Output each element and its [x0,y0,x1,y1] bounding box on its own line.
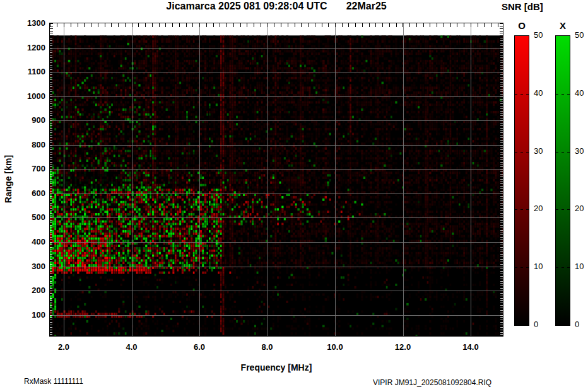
x-tick-label: 2.0 [50,342,78,352]
ionogram-page: Jicamarca 2025 081 09:28:04 UTC22Mar25 S… [0,0,588,387]
colorbar-tick-dash [556,94,570,95]
x-tick-label: 14.0 [457,342,485,352]
colorbar-tick-dash [515,209,529,210]
colorbar-x-tick-label: 30 [575,146,588,156]
colorbar-o-tick-label: 50 [534,30,550,40]
x-axis-label: Frequency [MHz] [50,362,503,373]
title-date: 22Mar25 [346,1,387,11]
x-tick-label: 12.0 [389,342,417,352]
y-tick-label: 600 [14,188,45,199]
plot-area [49,23,503,337]
y-tick-label: 200 [14,285,45,296]
rx-mask-status: RxMask 11111111 [24,377,83,386]
y-tick-label: 1200 [14,42,45,54]
colorbar-tick-dash [515,267,529,268]
colorbar-o-tick-label: 10 [534,262,550,272]
colorbar-o-tick-label: 20 [534,204,550,214]
colorbar-o-mode-label: O [515,20,529,31]
colorbar-o-tick-label: 40 [534,88,550,98]
y-tick-label: 700 [14,163,45,175]
x-tick-label: 10.0 [321,342,349,352]
y-tick-label: 1300 [14,18,45,29]
colorbar-x-tick-label: 20 [575,204,588,214]
y-tick-label: 300 [14,261,45,272]
y-tick-label: 800 [14,139,45,151]
ionogram-heatmap-canvas [50,23,503,336]
x-tick-label: 4.0 [118,342,146,352]
y-tick-label: 1000 [14,91,45,102]
colorbar-tick-dash [556,209,570,210]
y-tick-label: 900 [14,115,45,126]
y-tick-label: 100 [14,309,45,321]
colorbar-x-tick-label: 0 [575,320,588,330]
colorbar-o-gradient [514,35,529,326]
y-tick-label: 500 [14,212,45,223]
colorbar-x-mode-label: X [556,20,570,31]
y-axis-label: Range [km] [3,138,13,220]
colorbar-tick-dash [515,152,529,153]
x-tick-label: 6.0 [185,342,213,352]
y-tick-label: 1100 [14,66,45,78]
x-tick-label: 8.0 [254,342,281,352]
colorbar-tick-dash [556,267,570,268]
colorbar-x-tick-label: 10 [575,262,588,272]
colorbar-x-tick-label: 40 [575,88,588,98]
colorbar-o-tick-label: 30 [534,146,550,156]
colorbar-x-tick-label: 50 [575,30,588,40]
y-tick-label: 400 [14,236,45,248]
colorbar-o-tick-label: 0 [534,320,550,330]
colorbar-x-gradient [555,35,570,326]
data-file-name: VIPIR JM91J_2025081092804.RIQ [373,378,491,387]
colorbar-title: SNR [dB] [502,1,543,12]
colorbar-tick-dash [556,152,570,153]
colorbar-tick-dash [515,94,529,95]
title-station-time: Jicamarca 2025 081 09:28:04 UTC [166,1,327,11]
page-title: Jicamarca 2025 081 09:28:04 UTC22Mar25 [50,1,503,12]
